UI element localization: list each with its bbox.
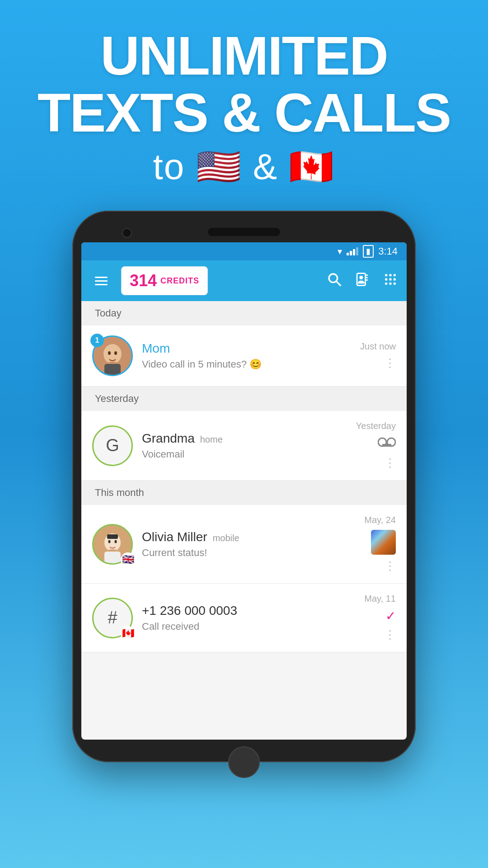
svg-point-13: [385, 282, 387, 284]
wifi-icon: ▾: [338, 246, 342, 257]
menu-line-2: [95, 280, 108, 282]
status-bar: ▾ ▮ 3:14: [81, 242, 407, 260]
conversation-list: Today: [81, 301, 407, 652]
conv-name-row-olivia: Olivia Miller mobile: [142, 530, 357, 544]
svg-point-14: [389, 282, 391, 284]
menu-button[interactable]: [90, 272, 112, 290]
conv-name-row-grandma: Grandma home: [142, 431, 349, 446]
conv-preview-olivia: Current status!: [142, 547, 357, 559]
conv-preview-mom: Video call in 5 minutes? 😊: [142, 359, 353, 370]
conv-name-row-mom: Mom: [142, 341, 353, 356]
signal-bar-3: [353, 249, 355, 255]
conv-type-grandma: home: [200, 434, 223, 445]
credits-badge[interactable]: 314 CREDITS: [121, 266, 208, 295]
conv-name-unknown: +1 236 000 0003: [142, 604, 237, 618]
conv-meta-mom: Just now ⋮: [360, 341, 396, 370]
hero-section: UNLIMITED TEXTS & CALLS to 🇺🇸 & 🇨🇦: [0, 0, 488, 206]
svg-point-18: [108, 351, 111, 355]
search-icon[interactable]: [327, 272, 342, 290]
svg-point-12: [394, 278, 396, 280]
avatar-grandma: G: [92, 425, 133, 466]
conv-more-grandma[interactable]: ⋮: [384, 456, 396, 470]
contacts-icon[interactable]: [355, 272, 370, 290]
hero-flags: to 🇺🇸 & 🇨🇦: [153, 146, 335, 187]
phone-mockup: ▾ ▮ 3:14: [72, 211, 416, 762]
flag-unknown: 🇨🇦: [121, 626, 135, 641]
svg-point-7: [385, 274, 387, 276]
section-yesterday: Yesterday: [81, 387, 407, 411]
credits-number: 314: [130, 271, 157, 290]
conv-content-unknown: +1 236 000 0003 Call received: [142, 604, 357, 632]
conv-preview-grandma: Voicemail: [142, 448, 349, 460]
conversation-item-mom[interactable]: 1 Mom Video call in 5 minutes? 😊 Just no…: [81, 326, 407, 387]
unread-badge-mom: 1: [90, 334, 104, 347]
svg-point-8: [389, 274, 391, 276]
conversation-item-grandma[interactable]: G Grandma home Voicemail Yesterday: [81, 411, 407, 481]
conv-more-unknown[interactable]: ⋮: [384, 628, 396, 642]
svg-rect-31: [104, 552, 121, 563]
app-toolbar: 314 CREDITS: [81, 260, 407, 301]
conv-preview-unknown: Call received: [142, 621, 357, 632]
hero-subtitle: to 🇺🇸 & 🇨🇦: [0, 146, 488, 188]
conv-time-grandma: Yesterday: [356, 421, 396, 431]
conv-meta-olivia: May, 24 ⋮: [364, 515, 396, 573]
conv-name-row-unknown: +1 236 000 0003: [142, 604, 357, 618]
toolbar-icons: [327, 272, 398, 290]
conv-name-grandma: Grandma: [142, 431, 195, 446]
phone-screen: ▾ ▮ 3:14: [81, 242, 407, 740]
flag-olivia: 🇬🇧: [121, 552, 135, 567]
voicemail-icon: [378, 436, 396, 452]
conv-name-mom: Mom: [142, 341, 170, 356]
avatar-wrap-mom: 1: [92, 335, 133, 376]
phone-camera: [122, 228, 132, 238]
svg-point-10: [385, 278, 387, 280]
dialpad-icon[interactable]: [383, 272, 398, 290]
conv-type-olivia: mobile: [213, 533, 239, 543]
conv-time-unknown: May, 11: [364, 594, 396, 604]
battery-icon: ▮: [363, 245, 374, 258]
avatar-wrap-olivia: 🇬🇧: [92, 524, 133, 565]
signal-bar-1: [347, 253, 349, 255]
svg-point-19: [114, 351, 117, 355]
signal-bar-2: [350, 251, 352, 255]
svg-point-27: [108, 540, 111, 543]
checkmark-icon: ✓: [385, 609, 396, 623]
conversation-item-unknown[interactable]: # 🇨🇦 +1 236 000 0003 Call received May, …: [81, 584, 407, 652]
phone-speaker: [208, 228, 280, 236]
conv-more-mom[interactable]: ⋮: [384, 356, 396, 370]
conversation-item-olivia[interactable]: 🇬🇧 Olivia Miller mobile Current status! …: [81, 505, 407, 584]
conv-more-olivia[interactable]: ⋮: [384, 559, 396, 573]
menu-line-3: [95, 284, 108, 285]
status-time: 3:14: [378, 245, 398, 257]
section-today: Today: [81, 301, 407, 326]
svg-point-28: [115, 540, 117, 543]
credits-label: CREDITS: [160, 276, 199, 286]
svg-rect-21: [104, 364, 121, 375]
svg-point-3: [359, 276, 363, 279]
conv-content-olivia: Olivia Miller mobile Current status!: [142, 530, 357, 559]
phone-bottom: [81, 740, 407, 753]
conv-meta-grandma: Yesterday ⋮: [356, 421, 396, 470]
status-icons: ▾ ▮ 3:14: [338, 245, 398, 258]
svg-line-1: [337, 281, 341, 285]
hero-title-line1: UNLIMITED: [0, 27, 488, 84]
hero-title-line2: TEXTS & CALLS: [0, 84, 488, 141]
section-thismonth: This month: [81, 481, 407, 505]
thumb-mini-olivia: [371, 530, 396, 555]
home-button[interactable]: [228, 746, 260, 778]
conv-time-mom: Just now: [360, 341, 396, 352]
avatar-wrap-grandma: G: [92, 425, 133, 466]
svg-point-15: [394, 282, 396, 284]
conv-meta-unknown: May, 11 ✓ ⋮: [364, 594, 396, 642]
avatar-wrap-unknown: # 🇨🇦: [92, 598, 133, 638]
phone-outer: ▾ ▮ 3:14: [72, 211, 416, 762]
svg-point-11: [389, 278, 391, 280]
conv-content-grandma: Grandma home Voicemail: [142, 431, 349, 460]
svg-rect-24: [382, 444, 391, 447]
conv-name-olivia: Olivia Miller: [142, 530, 207, 544]
conv-content-mom: Mom Video call in 5 minutes? 😊: [142, 341, 353, 370]
svg-rect-29: [107, 534, 118, 539]
conv-time-olivia: May, 24: [364, 515, 396, 525]
signal-bars: [347, 247, 358, 255]
signal-bar-4: [356, 247, 358, 255]
